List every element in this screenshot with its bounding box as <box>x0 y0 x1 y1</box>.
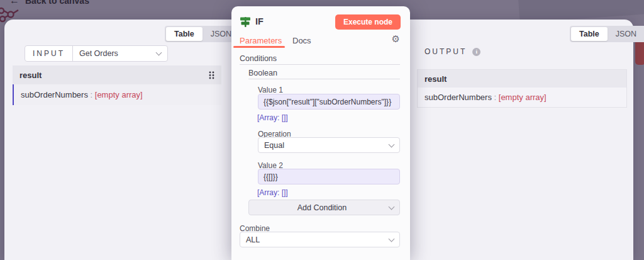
info-icon[interactable]: i <box>472 48 480 56</box>
input-table-toggle[interactable]: Table <box>166 27 203 41</box>
back-to-canvas-label: Back to canvas <box>25 0 89 6</box>
value2-resolved-hint: [Array: []] <box>257 188 288 197</box>
drag-handle-icon[interactable] <box>209 71 214 79</box>
divider <box>248 79 400 79</box>
parameters-tab-underline <box>233 46 285 48</box>
boolean-group-label: Boolean <box>248 69 277 77</box>
if-node-modal: IF Execute node Parameters Docs ⚙ Condit… <box>231 6 410 260</box>
input-source-value: Get Orders <box>79 49 118 58</box>
add-condition-label: Add Condition <box>255 203 389 212</box>
back-arrow-icon: ← <box>9 0 19 6</box>
execute-node-button[interactable]: Execute node <box>335 14 401 30</box>
output-table-row[interactable]: subOrderNumbers : [empty array] <box>418 88 626 107</box>
input-source-select[interactable]: INPUT Get Orders <box>25 45 168 62</box>
gear-icon[interactable]: ⚙ <box>392 33 400 45</box>
chevron-down-icon <box>389 203 395 210</box>
output-panel-label: OUTPUT <box>425 47 467 56</box>
operation-value: Equal <box>264 141 284 150</box>
tab-parameters[interactable]: Parameters <box>240 36 282 45</box>
tab-docs[interactable]: Docs <box>292 36 311 45</box>
value1-expression-input[interactable]: {{$json["result"]["subOrderNumbers"]}} <box>258 94 400 110</box>
combine-value: ALL <box>246 235 260 244</box>
add-condition-button[interactable]: Add Condition <box>248 200 400 215</box>
if-node-icon <box>239 16 252 28</box>
input-table-row[interactable]: subOrderNumbers : [empty array] <box>13 84 221 105</box>
input-table-header: result <box>19 71 42 80</box>
back-to-canvas[interactable]: ← Back to canvas <box>9 0 89 6</box>
output-json-toggle[interactable]: JSON <box>608 27 644 41</box>
row-key: subOrderNumbers <box>21 90 88 99</box>
value1-resolved-hint: [Array: []] <box>257 113 288 122</box>
input-view-toggle: Table JSON <box>165 26 241 42</box>
divider <box>240 64 400 65</box>
row-separator: : <box>492 93 499 102</box>
input-panel-label: INPUT <box>25 46 73 61</box>
output-view-toggle: Table JSON <box>570 26 644 42</box>
operation-select[interactable]: Equal <box>258 137 400 153</box>
output-table-toggle[interactable]: Table <box>571 27 608 41</box>
row-value: [empty array] <box>95 90 143 99</box>
chevron-down-icon <box>156 50 162 56</box>
row-value: [empty array] <box>499 93 547 102</box>
row-separator: : <box>88 90 95 99</box>
value1-label: Value 1 <box>258 86 283 94</box>
conditions-section-label: Conditions <box>240 54 277 63</box>
input-source-dropdown[interactable]: Get Orders <box>73 46 167 61</box>
output-table-header: result <box>425 74 447 84</box>
combine-select[interactable]: ALL <box>240 232 400 247</box>
input-data-table: result subOrderNumbers : [empty array] <box>13 65 221 105</box>
node-title: IF <box>255 16 264 26</box>
value2-expression-input[interactable]: {{[]}} <box>258 169 400 184</box>
chevron-down-icon <box>389 235 395 242</box>
output-data-table: result subOrderNumbers : [empty array] <box>417 69 627 108</box>
row-key: subOrderNumbers <box>425 93 492 102</box>
chevron-down-icon <box>389 141 395 147</box>
